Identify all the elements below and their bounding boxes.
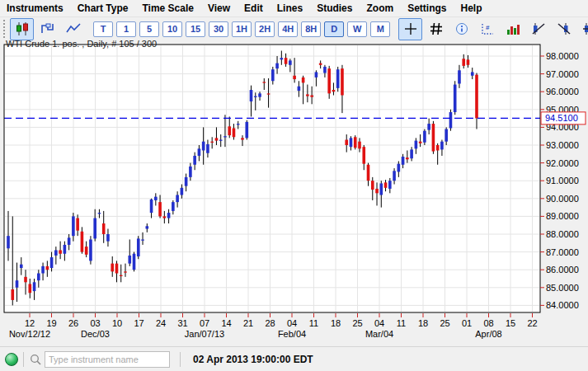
- candlestick-chart-button[interactable]: [10, 18, 34, 40]
- timescale-30-button[interactable]: 30: [209, 21, 228, 37]
- candle-body: [379, 183, 383, 195]
- timescale-5-button[interactable]: 5: [139, 21, 159, 37]
- candle-body: [33, 282, 36, 291]
- candle-body: [427, 124, 430, 130]
- timescale-15-button[interactable]: 15: [186, 21, 205, 37]
- timescale-1-button[interactable]: 1: [116, 21, 136, 37]
- timescale-1h-button[interactable]: 1H: [232, 21, 252, 37]
- menu-settings[interactable]: Settings: [407, 2, 446, 14]
- candle-body: [250, 90, 253, 101]
- candle-body: [310, 96, 313, 97]
- line-chart-button[interactable]: [61, 18, 85, 40]
- svg-text:#: #: [486, 24, 490, 31]
- svg-text:88.0000: 88.0000: [546, 229, 579, 239]
- svg-text:86.0000: 86.0000: [546, 265, 579, 275]
- timescale-4h-button[interactable]: 4H: [278, 21, 298, 37]
- candle-body: [336, 69, 340, 88]
- menu-lines[interactable]: Lines: [277, 2, 303, 14]
- ohlc-step-chart-button[interactable]: [35, 18, 59, 40]
- candle-body: [445, 129, 448, 142]
- candle-body: [406, 157, 409, 159]
- volume-histogram-button[interactable]: [501, 18, 524, 40]
- svg-text:01: 01: [462, 318, 472, 328]
- candle-body: [245, 122, 248, 138]
- month-label: Feb/04: [278, 329, 306, 339]
- menu-help[interactable]: Help: [460, 2, 482, 14]
- svg-text:31: 31: [177, 318, 187, 328]
- server-timestamp: 02 Apr 2013 19:00:00 EDT: [193, 354, 313, 365]
- menu-chart-type[interactable]: Chart Type: [78, 2, 129, 14]
- timescale-2h-button[interactable]: 2H: [255, 21, 275, 37]
- toolbar-grip-handle[interactable]: [3, 20, 5, 38]
- connection-status-icon: [5, 353, 18, 366]
- candle-body: [11, 289, 14, 300]
- candle-body: [128, 256, 131, 264]
- menu-studies[interactable]: Studies: [317, 2, 352, 14]
- month-label: Dec/03: [81, 329, 110, 339]
- grid-button[interactable]: [424, 18, 448, 40]
- timescale-m-button[interactable]: M: [370, 21, 390, 37]
- info-button[interactable]: [449, 18, 473, 40]
- svg-text:19: 19: [46, 318, 56, 328]
- timescale-10-button[interactable]: 10: [162, 21, 182, 37]
- candle-body: [332, 90, 336, 92]
- price-axis: 98.000097.000096.000095.000094.000093.00…: [540, 51, 579, 310]
- instrument-search-input[interactable]: [45, 351, 170, 368]
- candle-body: [432, 124, 435, 151]
- toolbar: T151015301H2H4H8HDWM # »: [0, 17, 588, 40]
- measure-button[interactable]: #: [475, 18, 499, 40]
- candle-body: [436, 145, 440, 150]
- menu-instruments[interactable]: Instruments: [7, 2, 64, 14]
- candle-body: [237, 124, 240, 124]
- candle-body: [358, 142, 361, 149]
- svg-text:08: 08: [483, 318, 493, 328]
- candle-body: [362, 147, 365, 164]
- candle-body: [449, 112, 453, 128]
- candle-trend-2-button[interactable]: [552, 18, 576, 40]
- candle-body: [319, 63, 322, 65]
- candle-body: [141, 239, 144, 240]
- menu-view[interactable]: View: [208, 2, 230, 14]
- month-label: Jan/07/13: [185, 329, 224, 339]
- candle-body: [46, 266, 49, 270]
- candle-body: [133, 254, 136, 270]
- candle-body: [367, 165, 370, 181]
- candle-body: [345, 140, 348, 145]
- svg-text:85.0000: 85.0000: [546, 283, 579, 293]
- candle-body: [64, 245, 67, 254]
- svg-text:96.0000: 96.0000: [546, 87, 579, 96]
- candle-body: [415, 141, 418, 149]
- timescale-t-button[interactable]: T: [93, 21, 113, 37]
- svg-text:98.0000: 98.0000: [546, 51, 579, 61]
- candle-body: [462, 59, 465, 66]
- menu-zoom[interactable]: Zoom: [366, 2, 393, 14]
- candle-body: [20, 265, 23, 268]
- candle-body: [102, 223, 106, 234]
- candle-body: [154, 197, 158, 200]
- svg-text:14: 14: [221, 318, 231, 328]
- candle-body: [223, 136, 227, 137]
- svg-text:84.0000: 84.0000: [546, 300, 579, 310]
- timescale-8h-button[interactable]: 8H: [301, 21, 321, 37]
- svg-text:90.0000: 90.0000: [546, 194, 579, 204]
- crosshair-button[interactable]: [398, 18, 422, 40]
- candle-body: [233, 128, 236, 137]
- timescale-d-button[interactable]: D: [324, 21, 344, 37]
- candle-body: [72, 216, 75, 236]
- menu-edit[interactable]: Edit: [244, 2, 263, 14]
- chart-title: WTI Crude 1. pos. , Daily, # 105 / 300: [6, 39, 157, 49]
- crosshair-icon: [403, 21, 418, 36]
- menu-time-scale[interactable]: Time Scale: [142, 2, 193, 14]
- candle-body: [24, 277, 27, 282]
- candle-trend-3-button[interactable]: [577, 18, 588, 40]
- price-chart[interactable]: 98.000097.000096.000095.000094.000093.00…: [0, 40, 588, 341]
- timescale-w-button[interactable]: W: [347, 21, 367, 37]
- candle-body: [16, 280, 19, 288]
- candle-body: [185, 177, 188, 186]
- candle-trend-1-button[interactable]: [526, 18, 550, 40]
- candle-body: [145, 226, 148, 228]
- svg-text:04: 04: [287, 318, 297, 328]
- svg-text:25: 25: [352, 318, 362, 328]
- candlestick-chart-icon: [14, 21, 31, 36]
- candle-body: [198, 148, 201, 156]
